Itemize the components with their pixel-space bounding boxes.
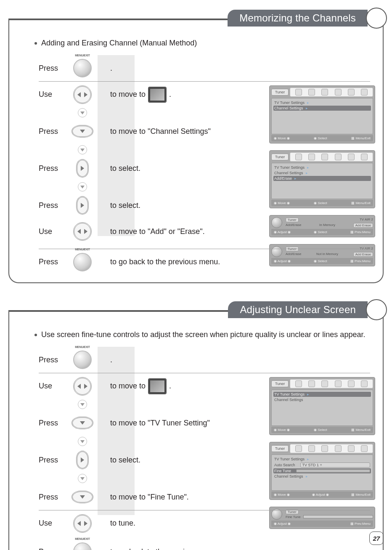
step-verb: Use bbox=[39, 382, 64, 391]
step-verb: Press bbox=[39, 356, 64, 364]
menu-exit-button-icon: MENU/EXIT bbox=[73, 59, 92, 77]
step-verb: Press bbox=[39, 201, 64, 210]
step-verb: Press bbox=[39, 127, 64, 136]
step-description: to move to "Fine Tune". bbox=[110, 493, 189, 502]
step-verb: Press bbox=[39, 456, 64, 465]
down-button-icon bbox=[72, 125, 93, 138]
section-subtitle: Use screen fine-tune controls to adjust … bbox=[34, 330, 370, 339]
steps-list: Press MENU/EXIT . Use to move to . Press… bbox=[39, 347, 370, 550]
tuner-menu-icon bbox=[148, 378, 167, 394]
step-description: to go back to the previous menu. bbox=[110, 547, 220, 550]
step-description: to move to "Channel Settings" bbox=[110, 127, 211, 136]
section-subtitle: Adding and Erasing Channel (Manual Metho… bbox=[34, 39, 370, 48]
step-verb: Use bbox=[39, 90, 64, 99]
step-description: to move to . bbox=[110, 87, 171, 103]
right-button-icon bbox=[76, 159, 89, 178]
header-ornament-circle bbox=[366, 8, 387, 29]
section-header-title: Memorizing the Channels bbox=[228, 10, 368, 27]
left-right-button-icon bbox=[73, 222, 92, 241]
step-description: to move to "Add" or "Erase". bbox=[110, 227, 205, 236]
flow-arrow-down-icon bbox=[78, 145, 87, 154]
left-right-button-icon bbox=[73, 377, 92, 396]
steps-list: Press MENU/EXIT . Use to move to . Press… bbox=[39, 55, 370, 275]
step-description: to move to . bbox=[110, 378, 171, 394]
page-number: 27 bbox=[369, 531, 384, 545]
menu-exit-button-icon: MENU/EXIT bbox=[73, 253, 92, 271]
left-right-button-icon bbox=[73, 514, 92, 533]
step-verb: Press bbox=[39, 258, 64, 266]
step-description: to go back to the previous menu. bbox=[110, 258, 220, 266]
step-description: to move to "TV Tuner Setting" bbox=[110, 419, 210, 428]
step-description: to select. bbox=[110, 456, 140, 465]
flow-arrow-down-icon bbox=[78, 400, 87, 409]
step-verb: Press bbox=[39, 547, 64, 550]
menu-exit-button-icon: MENU/EXIT bbox=[73, 351, 92, 369]
left-right-button-icon bbox=[73, 85, 92, 104]
step-verb: Press bbox=[39, 164, 64, 173]
step-description: to tune. bbox=[110, 519, 135, 528]
step-description: to select. bbox=[110, 164, 140, 173]
step-verb: Press bbox=[39, 493, 64, 502]
menu-exit-button-icon: MENU/EXIT bbox=[73, 542, 92, 550]
step-verb: Use bbox=[39, 519, 64, 528]
step-row: Press MENU/EXIT . bbox=[39, 55, 370, 81]
down-button-icon bbox=[72, 491, 93, 503]
header-ornament-circle bbox=[366, 299, 387, 320]
section-header: Memorizing the Channels bbox=[228, 8, 387, 29]
step-verb: Use bbox=[39, 227, 64, 236]
flow-arrow-down-icon bbox=[78, 182, 87, 191]
section-unclear-screen: Adjusting Unclear Screen Use screen fine… bbox=[8, 310, 384, 550]
section-memorizing: Memorizing the Channels Adding and Erasi… bbox=[8, 19, 384, 283]
section-header: Adjusting Unclear Screen bbox=[228, 299, 387, 320]
down-button-icon bbox=[72, 417, 93, 429]
step-verb: Press bbox=[39, 419, 64, 428]
right-button-icon bbox=[76, 196, 89, 215]
step-description: . bbox=[110, 356, 112, 364]
step-description: . bbox=[110, 64, 112, 73]
right-button-icon bbox=[76, 451, 89, 469]
section-header-title: Adjusting Unclear Screen bbox=[228, 301, 368, 318]
flow-arrow-down-icon bbox=[78, 474, 87, 483]
tuner-menu-icon bbox=[148, 87, 167, 103]
flow-arrow-down-icon bbox=[78, 108, 87, 117]
step-description: to select. bbox=[110, 201, 140, 210]
flow-arrow-down-icon bbox=[78, 437, 87, 446]
step-verb: Press bbox=[39, 64, 64, 73]
